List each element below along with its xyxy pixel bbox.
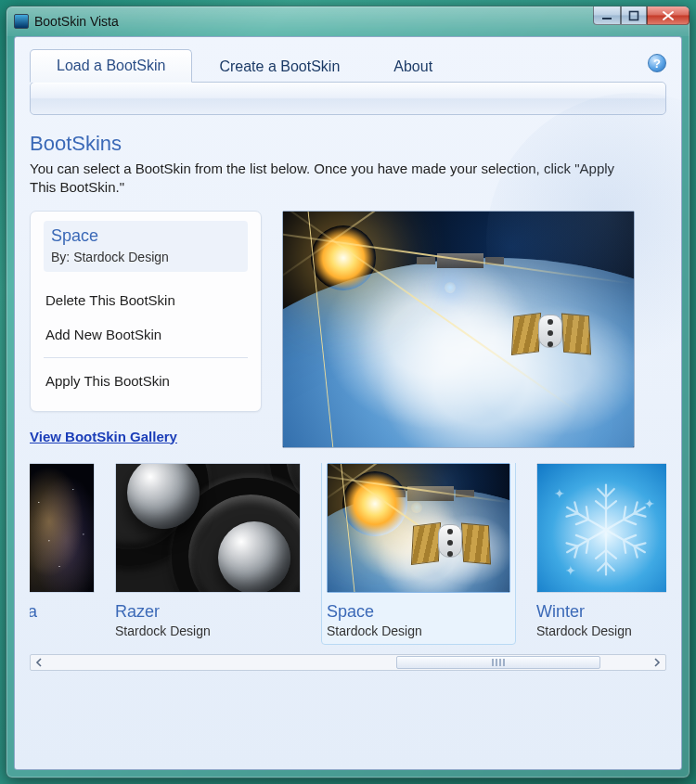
selected-skin-title: Space — [51, 226, 240, 246]
svg-line-3 — [598, 489, 606, 497]
thumbnail-item[interactable]: ✦ ✦ ✦ Winter Stardock Design — [536, 463, 666, 645]
tab-create-bootskin[interactable]: Create a BootSkin — [192, 50, 367, 83]
details-row: Space By: Stardock Design Delete This Bo… — [30, 211, 666, 448]
thumbnail-author: Stardock Design — [536, 623, 666, 638]
grip-icon — [492, 659, 505, 666]
thumbnail-image — [115, 463, 301, 593]
selected-skin-author: By: Stardock Design — [51, 250, 240, 264]
add-bootskin-button[interactable]: Add New BootSkin — [44, 317, 248, 352]
scroll-left-button[interactable] — [31, 655, 47, 670]
help-icon: ? — [653, 57, 661, 71]
svg-line-5 — [596, 501, 606, 509]
close-button[interactable] — [647, 6, 690, 25]
thumbnail-list[interactable]: la Razer Stardock Design — [30, 463, 666, 645]
thumbnail-author: Stardock Design — [115, 623, 301, 638]
app-window: BootSkin Vista Load a BootSkin Create a … — [6, 6, 690, 778]
svg-line-6 — [606, 501, 616, 509]
thumbnail-title: Space — [327, 602, 510, 622]
thumbnail-item[interactable]: la — [30, 463, 95, 645]
svg-line-4 — [606, 489, 614, 497]
delete-bootskin-button[interactable]: Delete This BootSkin — [44, 283, 248, 317]
titlebar[interactable]: BootSkin Vista — [6, 6, 690, 36]
maximize-button[interactable] — [621, 6, 647, 25]
thumbnail-title: Winter — [536, 602, 666, 622]
section-description: You can select a BootSkin from the list … — [30, 160, 642, 198]
help-button[interactable]: ? — [648, 54, 666, 72]
toolbar-strip — [30, 82, 666, 115]
author-prefix: By: — [51, 250, 73, 264]
button-label: Delete This BootSkin — [45, 292, 175, 308]
button-label: Apply This BootSkin — [45, 373, 170, 389]
apply-bootskin-button[interactable]: Apply This BootSkin — [44, 364, 248, 398]
svg-rect-0 — [602, 18, 612, 19]
space-scene — [283, 212, 634, 447]
skin-side-panel: Space By: Stardock Design Delete This Bo… — [30, 211, 262, 412]
chevron-right-icon — [653, 658, 661, 667]
tab-label: Create a BootSkin — [219, 58, 340, 74]
thumbnail-image: ✦ ✦ ✦ — [536, 463, 666, 593]
skin-preview — [282, 211, 635, 448]
side-column: Space By: Stardock Design Delete This Bo… — [30, 211, 262, 445]
tab-label: Load a BootSkin — [57, 58, 165, 73]
button-label: Add New BootSkin — [45, 327, 161, 342]
scroll-track[interactable] — [47, 655, 649, 670]
scroll-right-button[interactable] — [649, 655, 665, 670]
thumbnail-image — [30, 463, 95, 593]
maximize-icon — [628, 10, 639, 21]
chevron-left-icon — [35, 658, 43, 667]
tab-about[interactable]: About — [367, 50, 459, 83]
thumbnail-item-selected[interactable]: Space Stardock Design — [321, 463, 516, 645]
window-title: BootSkin Vista — [34, 14, 119, 29]
minimize-icon — [601, 10, 612, 21]
thumbnail-strip: la Razer Stardock Design — [30, 463, 666, 671]
thumbnail-title: la — [30, 602, 95, 622]
skin-header: Space By: Stardock Design — [44, 221, 248, 272]
close-icon — [662, 10, 675, 21]
thumbnail-title: Razer — [115, 602, 301, 622]
window-controls — [593, 6, 690, 25]
scroll-thumb[interactable] — [396, 656, 600, 669]
svg-rect-1 — [630, 11, 638, 19]
view-gallery-link[interactable]: View BootSkin Gallery — [30, 429, 177, 444]
thumbnail-item[interactable]: Razer Stardock Design — [115, 463, 301, 645]
tab-label: About — [393, 58, 432, 74]
link-label: View BootSkin Gallery — [30, 429, 177, 444]
tabs: Load a BootSkin Create a BootSkin About … — [30, 48, 666, 82]
thumbnail-image — [327, 463, 510, 593]
section-heading: BootSkins — [30, 132, 666, 156]
divider — [44, 357, 248, 358]
client-area: Load a BootSkin Create a BootSkin About … — [14, 36, 682, 770]
author-name: Stardock Design — [73, 250, 169, 264]
minimize-button[interactable] — [593, 6, 621, 25]
app-icon — [14, 14, 29, 29]
tab-load-bootskin[interactable]: Load a BootSkin — [30, 49, 192, 83]
horizontal-scrollbar[interactable] — [30, 654, 666, 671]
thumbnail-author: Stardock Design — [327, 623, 510, 638]
